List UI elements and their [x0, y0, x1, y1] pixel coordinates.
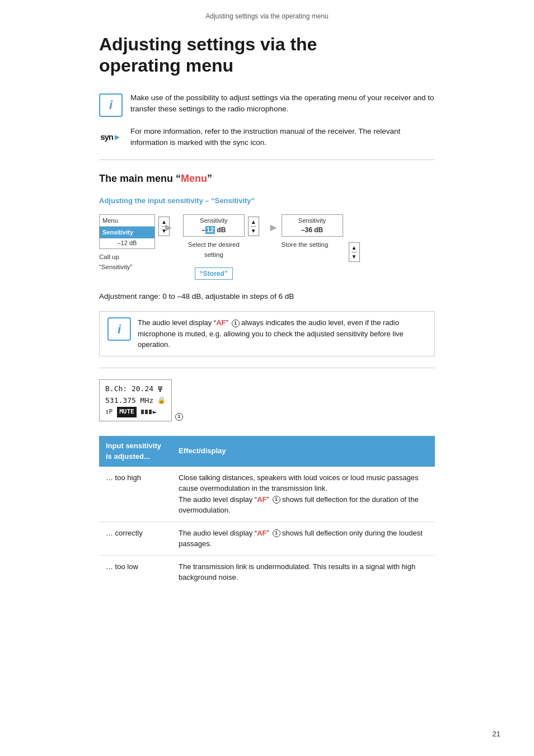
effect-table: Input sensitivity is adjusted... Effect/… — [99, 436, 435, 589]
sens-box-2: Sensitivity –36 dB — [282, 214, 343, 237]
audio-info-text: The audio level display “AF” 1 always in… — [138, 317, 427, 350]
af-text-2: AF — [257, 495, 266, 504]
table-cell-condition-2: … correctly — [99, 522, 172, 555]
table-row: … too low The transmission link is under… — [99, 555, 435, 589]
lock-icon: 🔒 — [157, 395, 166, 405]
table-col2-header: Effect/display — [172, 436, 435, 467]
af-text-1: AF — [216, 318, 226, 327]
circle-1: 1 — [232, 320, 240, 327]
menu-header: Menu — [100, 215, 154, 227]
device-display-wrapper: B.Ch: 20.24 Ψ 531.375 MHz 🔒 ↥P MUTE ► — [99, 379, 435, 425]
call-up-label: Call up “Sensitivity” — [99, 252, 155, 272]
table-col1-header: Input sensitivity is adjusted... — [99, 436, 172, 467]
arrow-right-2: ► — [268, 219, 279, 236]
circle-label-device: 1 — [174, 411, 183, 422]
freq-text: 531.375 MHz — [105, 395, 153, 406]
page-header: Adjusting settings via the operating men… — [99, 11, 435, 24]
subsection-title: Adjusting the input sensitivity – “Sensi… — [99, 195, 435, 206]
audio-info-box: i The audio level display “AF” 1 always … — [99, 311, 435, 356]
sensitivity-diagram: Menu Sensitivity –12 dB Call up “Sensiti… — [99, 214, 435, 280]
select-setting-label: Select the desired setting — [183, 240, 245, 260]
menu-box: Menu Sensitivity –12 dB — [99, 214, 155, 250]
table-cell-condition-1: … too high — [99, 467, 172, 522]
main-menu-title: The main menu “Menu” — [99, 171, 435, 186]
page-number: 21 — [493, 729, 500, 740]
table-cell-effect-2: The audio level display “AF” 1 shows ful… — [172, 522, 435, 555]
info-text-1: Make use of the possibility to adjust se… — [130, 92, 435, 115]
af-text-3: AF — [257, 529, 266, 537]
updown-arrow-3: ▲ ▼ — [349, 242, 360, 262]
table-row: … too high Close talking distances, spea… — [99, 467, 435, 522]
battery-icon: ► — [141, 407, 157, 417]
table-row: … correctly The audio level display “AF”… — [99, 522, 435, 555]
device-display: B.Ch: 20.24 Ψ 531.375 MHz 🔒 ↥P MUTE ► — [99, 379, 172, 421]
mute-badge: MUTE — [117, 407, 137, 417]
page-title: Adjusting settings via the operating men… — [99, 34, 435, 77]
table-cell-effect-3: The transmission link is undermodulated.… — [172, 555, 435, 589]
divider-1 — [99, 159, 435, 160]
info-block-sync: syn► For more information, refer to the … — [99, 126, 435, 149]
sync-text: For more information, refer to the instr… — [130, 126, 435, 149]
info-block-1: i Make use of the possibility to adjust … — [99, 92, 435, 117]
adjustment-range: Adjustment range: 0 to –48 dB, adjustabl… — [99, 291, 435, 302]
sens-box-1: Sensitivity –12 dB — [183, 214, 245, 237]
b-ch-text: B.Ch: 20.24 — [105, 383, 153, 395]
circle-2: 1 — [273, 496, 280, 504]
divider-2 — [99, 368, 435, 368]
signal-icon: ↥P — [105, 407, 113, 417]
info-icon-2: i — [107, 317, 131, 341]
circle-3: 1 — [273, 529, 280, 537]
info-icon: i — [99, 93, 123, 117]
wifi-icon: Ψ — [158, 383, 162, 395]
menu-selected: Sensitivity — [100, 227, 154, 238]
sync-icon: syn► — [99, 127, 123, 147]
table-cell-condition-3: … too low — [99, 555, 172, 589]
store-setting-label: Store the setting — [282, 240, 343, 250]
updown-arrow-2: ▲ ▼ — [248, 217, 259, 236]
table-cell-effect-1: Close talking distances, speakers with l… — [172, 467, 435, 522]
stored-label: “Stored” — [195, 267, 233, 280]
menu-value: –12 dB — [100, 238, 154, 249]
arrow-right-1: ► — [163, 219, 174, 236]
